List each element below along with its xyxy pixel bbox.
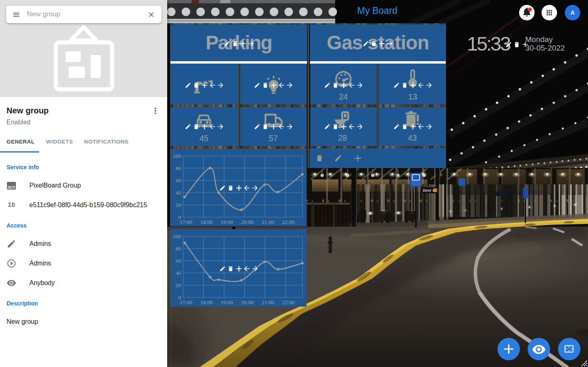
svg-text:20:00: 20:00 [241, 299, 254, 305]
svg-text:28: 28 [338, 133, 347, 142]
svg-text:45: 45 [199, 134, 208, 143]
svg-text:Door 4: Door 4 [423, 188, 435, 192]
svg-text:22:00: 22:00 [282, 299, 295, 305]
svg-text:24: 24 [339, 92, 348, 101]
svg-text:18:00: 18:00 [200, 219, 213, 225]
svg-text:19:00: 19:00 [221, 219, 233, 225]
svg-text:20: 20 [176, 202, 181, 208]
svg-text:18:00: 18:00 [200, 299, 213, 305]
svg-text:17:00: 17:00 [180, 219, 192, 225]
svg-text:A: A [570, 9, 575, 16]
svg-text:19:00: 19:00 [221, 299, 233, 305]
svg-text:20:00: 20:00 [241, 219, 254, 225]
svg-text:60: 60 [176, 177, 181, 184]
svg-text:21:00: 21:00 [262, 219, 274, 225]
svg-text:57: 57 [269, 134, 278, 143]
svg-text:17:00: 17:00 [180, 299, 192, 305]
svg-text:80: 80 [176, 165, 181, 171]
svg-text:43: 43 [407, 133, 416, 142]
svg-text:80: 80 [176, 245, 181, 252]
svg-text:60: 60 [176, 258, 181, 264]
svg-text:13: 13 [408, 92, 417, 101]
svg-text:40: 40 [176, 270, 181, 276]
svg-text:20: 20 [176, 282, 181, 288]
svg-text:100: 100 [173, 153, 181, 159]
svg-text:40: 40 [176, 190, 181, 196]
svg-text:100: 100 [173, 233, 181, 239]
svg-text:21:00: 21:00 [262, 299, 274, 305]
svg-text:22:00: 22:00 [282, 219, 295, 225]
